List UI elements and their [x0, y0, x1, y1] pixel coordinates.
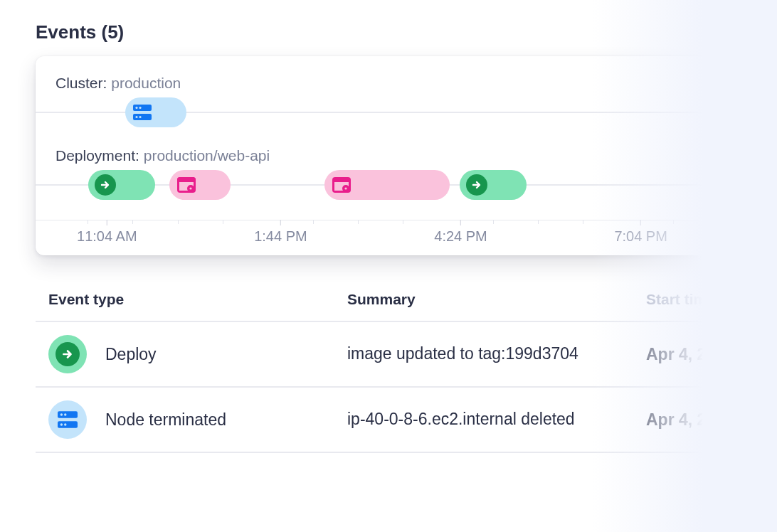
table-row[interactable]: Deploy image updated to tag:199d3704 Apr…	[36, 322, 776, 388]
svg-point-5	[139, 116, 141, 118]
table-row[interactable]: Node terminated ip-40-0-8-6.ec2.internal…	[36, 388, 776, 453]
svg-point-18	[64, 413, 66, 415]
events-table: Event type Summary Start time Deploy ima…	[36, 281, 776, 453]
event-type-label: Deploy	[105, 345, 157, 364]
table-header: Event type Summary Start time	[36, 281, 776, 322]
svg-point-19	[60, 423, 63, 425]
server-icon	[56, 408, 80, 432]
lane-label: Cluster:	[56, 75, 107, 91]
axis-tick: 7:04 PM	[614, 228, 667, 244]
event-summary: image updated to tag:199d3704	[347, 343, 646, 365]
event-pill-deploy[interactable]	[460, 170, 527, 200]
svg-point-4	[135, 116, 137, 118]
col-header-start[interactable]: Start time	[646, 291, 715, 308]
lane-value: production	[111, 75, 181, 91]
event-start-time: Apr 4, 2024	[646, 410, 734, 430]
page-title: Events (5)	[36, 21, 777, 43]
axis-tick: 4:24 PM	[434, 228, 487, 244]
deploy-badge	[48, 335, 87, 373]
lane-cluster-track[interactable]	[56, 96, 699, 129]
svg-point-3	[139, 107, 141, 109]
svg-rect-7	[177, 177, 196, 182]
browser-gear-icon	[176, 174, 197, 196]
event-pill-config[interactable]	[169, 170, 231, 200]
event-pill-node[interactable]	[125, 97, 186, 127]
event-pill-deploy[interactable]	[88, 170, 155, 200]
timeline-axis: 11:04 AM 1:44 PM 4:24 PM 7:04 PM	[56, 220, 699, 245]
event-type-label: Node terminated	[105, 410, 226, 430]
lane-cluster-label: Cluster: production	[56, 75, 699, 92]
svg-point-2	[135, 107, 137, 109]
arrow-right-icon	[466, 174, 487, 196]
axis-tick: 11:04 AM	[77, 228, 137, 244]
browser-gear-icon	[331, 174, 352, 196]
node-badge	[48, 400, 87, 439]
lane-label: Deployment:	[56, 147, 139, 164]
title-text: Events	[36, 21, 96, 43]
timeline-panel: Cluster: production Deployment: producti…	[36, 56, 719, 255]
col-header-type[interactable]: Event type	[48, 291, 347, 308]
server-icon	[132, 102, 153, 123]
svg-point-14	[344, 187, 347, 189]
event-pill-config[interactable]	[324, 170, 450, 200]
lane-deployment-track[interactable]	[56, 169, 699, 201]
arrow-right-icon	[56, 342, 80, 366]
svg-point-20	[64, 423, 66, 425]
event-count: (5)	[102, 21, 125, 43]
event-start-time: Apr 4, 2024	[646, 345, 734, 364]
lane-value: production/web-api	[144, 147, 270, 164]
col-header-summary[interactable]: Summary	[347, 291, 646, 308]
svg-point-17	[60, 413, 63, 415]
arrow-right-icon	[95, 174, 116, 196]
lane-deployment-label: Deployment: production/web-api	[56, 147, 699, 164]
svg-point-10	[189, 187, 191, 189]
axis-tick: 1:44 PM	[254, 228, 307, 244]
event-summary: ip-40-0-8-6.ec2.internal deleted	[347, 408, 646, 430]
